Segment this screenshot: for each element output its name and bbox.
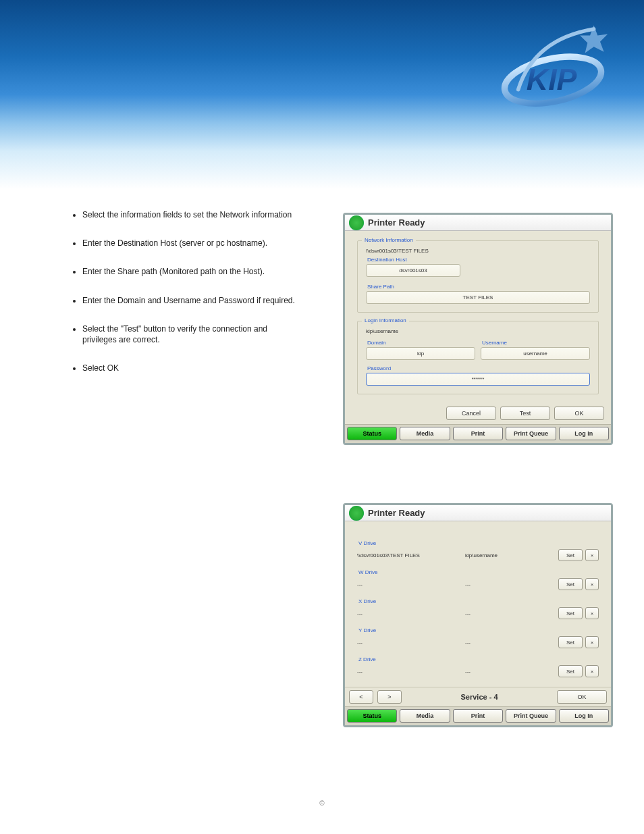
bullet-item: Select the "Test" button to verify the c… [82,323,304,345]
panel-titlebar: Printer Ready [345,215,611,231]
tab-media[interactable]: Media [400,709,450,723]
header-banner: KIP [0,0,644,189]
drive-path: \\dsvr001s03\TEST FILES [357,552,465,558]
tab-status[interactable]: Status [347,427,397,440]
tab-login[interactable]: Log In [559,709,609,723]
drive-path: --- [357,669,465,675]
tab-status[interactable]: Status [347,709,397,723]
drive-path: --- [357,640,465,646]
tab-print-queue[interactable]: Print Queue [506,709,556,723]
status-ready-icon [349,215,364,230]
drive-label: X Drive [358,598,599,604]
bottom-nav: Status Media Print Print Queue Log In [345,424,611,443]
label-destination-host: Destination Host [367,257,590,263]
drive-user: --- [465,610,556,617]
tab-login[interactable]: Log In [559,427,609,440]
panel-title: Printer Ready [368,508,425,518]
drive-user: --- [465,640,556,646]
service-label: Service - 4 [406,693,553,701]
prev-button[interactable]: < [349,690,373,704]
bullet-item: Select OK [82,363,304,373]
set-button[interactable]: Set [558,607,583,619]
tab-print[interactable]: Print [453,709,503,723]
label-domain: Domain [367,340,475,346]
next-button[interactable]: > [377,690,402,704]
status-ready-icon [349,506,364,521]
network-summary: \\dsvr001s03\TEST FILES [366,248,590,254]
tab-media[interactable]: Media [400,427,450,440]
cancel-button[interactable]: Cancel [446,407,496,420]
drive-row: V Drive\\dsvr001s03\TEST FILESkip\userna… [357,538,599,567]
network-info-group: Network Information \\dsvr001s03\TEST FI… [357,240,599,313]
label-username: Username [482,340,590,346]
drive-row: Y Drive------Set× [357,625,599,654]
drive-label: Z Drive [358,656,599,662]
bottom-nav: Status Media Print Print Queue Log In [345,706,611,725]
set-button[interactable]: Set [558,636,583,648]
label-password: Password [367,365,590,371]
set-button[interactable]: Set [558,578,583,590]
login-summary: kip\username [366,328,590,334]
drive-list: V Drive\\dsvr001s03\TEST FILESkip\userna… [345,521,611,687]
bullet-item: Enter the Destination Host (server or pc… [82,238,304,249]
bullet-item: Select the information fields to set the… [82,209,304,220]
drive-user: --- [465,669,556,675]
drive-label: Y Drive [358,627,599,633]
drive-path: --- [357,581,465,588]
ok-button[interactable]: OK [557,690,607,704]
kip-logo: KIP [495,20,610,115]
bullet-item: Enter the Domain and Username and Passwo… [82,295,304,306]
domain-input[interactable]: kip [366,347,475,360]
destination-host-input[interactable]: dsvr001s03 [366,264,460,277]
logo-text: KIP [527,62,577,96]
bullet-item: Enter the Share path (Monitored path on … [82,266,304,277]
drive-row: Z Drive------Set× [357,654,599,683]
drive-user: --- [465,581,556,588]
panel-title: Printer Ready [368,217,425,228]
group-legend: Login Information [362,317,409,323]
clear-button[interactable]: × [585,636,599,648]
clear-button[interactable]: × [585,607,599,619]
tab-print-queue[interactable]: Print Queue [506,427,556,440]
drive-user: kip\username [465,552,556,558]
username-input[interactable]: username [481,347,590,360]
drive-row: X Drive------Set× [357,596,599,625]
set-button[interactable]: Set [558,549,583,561]
test-button[interactable]: Test [500,407,550,420]
page-footer: © [0,800,644,807]
panel-titlebar: Printer Ready [345,505,611,521]
service-nav-row: < > Service - 4 OK [345,687,611,706]
group-legend: Network Information [362,237,416,243]
label-share-path: Share Path [367,284,590,290]
drive-label: V Drive [358,540,599,546]
login-info-group: Login Information kip\username Domain ki… [357,321,599,394]
drive-mapping-panel: Printer Ready V Drive\\dsvr001s03\TEST F… [343,503,613,727]
clear-button[interactable]: × [585,549,599,561]
ok-button[interactable]: OK [554,407,604,420]
password-input[interactable]: ****** [366,373,590,386]
network-config-panel: Printer Ready Network Information \\dsvr… [343,213,613,445]
clear-button[interactable]: × [585,578,599,590]
drive-path: --- [357,610,465,617]
share-path-input[interactable]: TEST FILES [366,291,590,304]
drive-label: W Drive [358,569,599,575]
instruction-list: Select the information fields to set the… [68,209,304,373]
tab-print[interactable]: Print [453,427,503,440]
drive-row: W Drive------Set× [357,567,599,596]
set-button[interactable]: Set [558,665,583,677]
clear-button[interactable]: × [585,665,599,677]
